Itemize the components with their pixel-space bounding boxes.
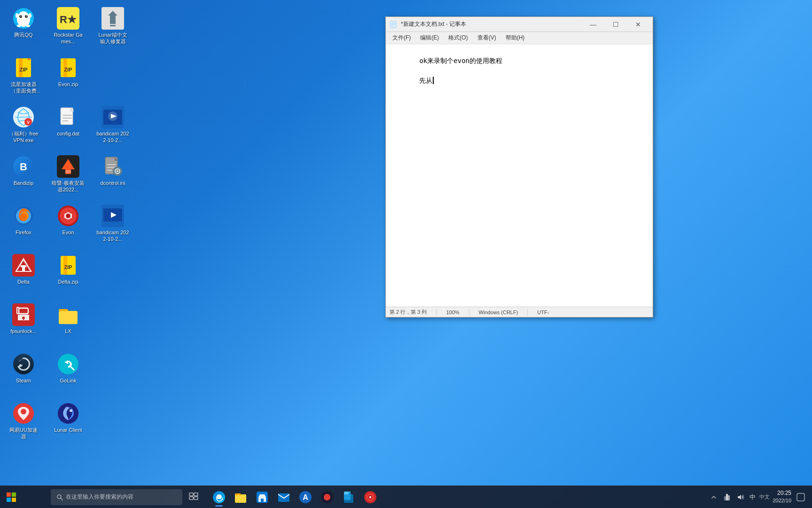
svg-point-7 — [16, 13, 18, 18]
icon-evon[interactable]: Evon — [49, 202, 87, 245]
icon-bandicam-1[interactable]: bandicam 2022-10-2... — [94, 103, 132, 146]
taskbar-edge[interactable] — [209, 487, 229, 508]
svg-text:A: A — [303, 493, 308, 501]
taskbar-mail[interactable] — [273, 487, 294, 508]
notepad-menu-file[interactable]: 文件(F) — [388, 33, 415, 43]
notepad-content-area[interactable]: ok来录制个evon的使用教程 先从 — [386, 44, 653, 307]
network-icon[interactable] — [721, 492, 733, 503]
notification-button[interactable] — [794, 492, 807, 503]
svg-rect-85 — [194, 497, 198, 500]
icon-evon-zip[interactable]: ZIP Evon.zip — [49, 54, 87, 96]
notepad-line-1: ok来录制个evon的使用教程 — [419, 57, 502, 64]
volume-icon[interactable] — [734, 492, 746, 503]
icon-fpsunlock[interactable]: fpsunlock... — [5, 301, 42, 343]
svg-point-4 — [25, 15, 28, 18]
notepad-close-button[interactable]: ✕ — [627, 17, 649, 32]
svg-rect-76 — [7, 492, 11, 497]
taskview-button[interactable] — [183, 487, 204, 508]
notification-icon — [796, 493, 805, 501]
launcher-icon: A — [299, 491, 312, 504]
taskbar-search-box[interactable]: 在这里输入你要搜索的内容 — [51, 489, 182, 505]
icon-rockstar-label: Rockstar Games... — [52, 32, 85, 45]
icon-lunar-input-label: Lunar端中文输入修复器 — [96, 32, 129, 45]
icon-bandizip[interactable]: B Bandizip — [5, 153, 42, 195]
icon-config-dat[interactable]: config.dat — [49, 103, 87, 146]
volume-status-icon — [736, 493, 744, 501]
svg-rect-36 — [65, 170, 71, 173]
icon-163uu[interactable]: 网易UU加速器 — [5, 400, 42, 442]
taskbar-recorder[interactable] — [317, 487, 337, 508]
uu-icon — [12, 402, 35, 425]
notepad-minimize-button[interactable]: — — [582, 17, 604, 32]
show-hidden-icons-button[interactable] — [708, 492, 719, 503]
lx-folder-icon — [57, 303, 79, 326]
icon-bandizip-label: Bandizip — [14, 180, 33, 186]
icon-liuxing-zip[interactable]: ZIP 流星加速器（里面免费的... — [5, 54, 42, 96]
icon-delta-zip-label: Delta.zip — [58, 278, 78, 285]
svg-rect-79 — [12, 498, 16, 502]
icon-bandicam-2[interactable]: bandicam 2022-10-2... — [94, 202, 132, 245]
icon-anjian-label: 暗暨·极夜安装器2022... — [52, 180, 85, 193]
svg-point-101 — [369, 496, 371, 498]
ime-indicator[interactable]: 中 — [748, 492, 757, 503]
icon-config-dat-label: config.dat — [57, 130, 79, 137]
taskbar-launcher[interactable]: A — [295, 487, 316, 508]
icon-free-vpn[interactable]: V （福利）free VPN.exe — [5, 103, 42, 146]
icon-dcontrol[interactable]: dcontrol.ini — [94, 153, 132, 195]
icon-golink[interactable]: GoLink — [49, 350, 87, 393]
notepad-menu-format[interactable]: 格式(O) — [444, 33, 472, 43]
svg-point-6 — [26, 16, 27, 16]
notepad-status-lineending: Windows (CRLF) — [479, 310, 518, 315]
explorer-icon — [234, 491, 247, 504]
svg-text:R★: R★ — [60, 14, 77, 25]
clock-date: 2022/10 — [773, 497, 791, 504]
start-button[interactable] — [0, 486, 23, 508]
svg-rect-102 — [726, 494, 728, 500]
taskbar-clock[interactable]: 20:25 2022/10 — [773, 489, 791, 504]
icon-lx-folder[interactable]: LX — [49, 301, 87, 343]
icon-delta[interactable]: Delta — [5, 252, 42, 294]
taskbar: 在这里输入你要搜索的内容 — [0, 485, 812, 508]
windows-logo-icon — [6, 492, 16, 502]
icon-bandicam-2-label: bandicam 2022-10-2... — [96, 229, 129, 242]
icon-lunar-client[interactable]: Lunar Client — [49, 400, 87, 442]
language-label: 中文 — [759, 493, 770, 500]
svg-rect-32 — [103, 123, 122, 125]
status-sep-3 — [527, 309, 528, 316]
svg-point-71 — [70, 409, 72, 412]
icon-lx-folder-label: LX — [65, 328, 71, 334]
icon-firefox-label: Firefox — [16, 229, 31, 236]
svg-rect-82 — [189, 493, 193, 496]
taskbar-search-placeholder: 在这里输入你要搜索的内容 — [66, 493, 133, 501]
icon-steam[interactable]: Steam — [5, 350, 42, 393]
notepad-titlebar: *新建文本文档.txt - 记事本 — ☐ ✕ — [386, 17, 653, 32]
taskbar-explorer[interactable] — [230, 487, 251, 508]
redapp-icon — [364, 491, 377, 504]
golink-icon — [57, 353, 79, 375]
notepad-menu-edit[interactable]: 编辑(E) — [415, 33, 444, 43]
taskbar-store[interactable] — [252, 487, 273, 508]
taskbar-files[interactable] — [338, 487, 359, 508]
notepad-maximize-button[interactable]: ☐ — [605, 17, 626, 32]
icon-tencent-qq[interactable]: 腾讯QQ — [5, 5, 42, 47]
notepad-menu-view[interactable]: 查看(V) — [473, 33, 501, 43]
sys-tray-icons: 中 中文 — [708, 492, 770, 503]
svg-rect-105 — [797, 493, 804, 501]
notepad-window-controls: — ☐ ✕ — [582, 17, 649, 32]
taskbar-redapp[interactable] — [360, 487, 381, 508]
svg-text:ZIP: ZIP — [64, 264, 72, 270]
notepad-menu-help[interactable]: 帮助(H) — [501, 33, 530, 43]
icon-bandicam-1-label: bandicam 2022-10-2... — [96, 130, 129, 143]
icon-rockstar-games[interactable]: R★ Rockstar Games... — [49, 5, 87, 47]
icon-dcontrol-label: dcontrol.ini — [100, 180, 125, 186]
language-indicator[interactable]: 中文 — [759, 492, 770, 503]
icon-firefox[interactable]: Firefox — [5, 202, 42, 245]
icon-lunar-input[interactable]: Lunar端中文输入修复器 — [94, 5, 132, 47]
icon-delta-zip[interactable]: ZIP Delta.zip — [49, 252, 87, 294]
notepad-status-encoding: UTF- — [537, 310, 549, 315]
icon-anjian[interactable]: 暗暨·极夜安装器2022... — [49, 153, 87, 195]
rockstar-icon: R★ — [57, 7, 79, 30]
mail-icon — [277, 491, 290, 504]
notepad-window: *新建文本文档.txt - 记事本 — ☐ ✕ 文件(F) 编辑(E) 格式(O… — [385, 16, 653, 318]
svg-point-9 — [17, 25, 21, 27]
